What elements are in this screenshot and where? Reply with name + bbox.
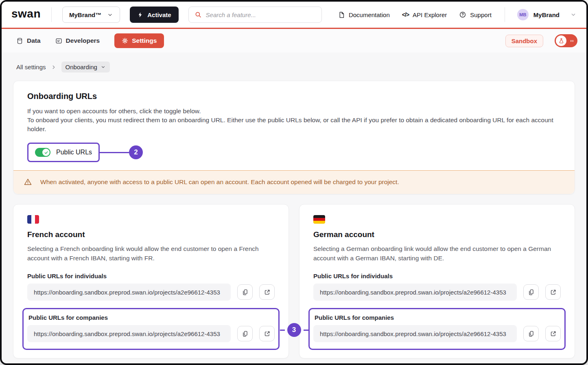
project-navbar: Data Developers Settings Sandbox [2,29,586,53]
database-icon [16,37,23,44]
breadcrumb-onboarding-dropdown[interactable]: Onboarding [61,62,110,73]
copy-icon [528,330,535,337]
developers-icon [55,37,62,44]
copy-icon [528,289,535,296]
breadcrumb-current-label: Onboarding [66,64,97,70]
french-flag-icon [27,215,39,224]
onboarding-urls-card: Onboarding URLs If you want to open acco… [13,81,575,194]
annotation-box-3-french: Public URLs for companies [22,308,280,350]
feature-search [188,7,322,23]
chevron-right-icon [51,64,57,70]
french-companies-url-row [27,325,275,342]
code-icon: </> [402,11,409,18]
german-companies-label: Public URLs for companies [315,314,561,321]
intro-line-2: To onboard your clients, you must redire… [27,116,561,134]
french-individuals-url-row [27,284,275,301]
app-window: swan MyBrand™ Activate D [0,0,588,365]
divider [51,7,52,22]
german-companies-url-row [313,325,561,342]
live-icon [567,37,576,44]
open-link-button[interactable] [259,326,275,341]
tab-data[interactable]: Data [16,33,41,48]
german-account-description: Selecting a German onboarding link would… [313,244,557,263]
external-link-icon [550,289,557,296]
flask-icon [556,35,566,46]
sandbox-badge: Sandbox [505,35,543,47]
annotation-step-2: 2 [129,145,143,159]
support-label: Support [470,11,492,18]
annotation-dash [304,330,308,331]
annotation-box-2: Public URLs [27,143,100,162]
warning-text: When activated, anyone with access to a … [40,178,399,186]
help-icon [459,11,466,18]
documentation-link[interactable]: Documentation [338,11,390,18]
annotation-step-3: 3 [287,323,301,337]
copy-icon [242,289,249,296]
support-link[interactable]: Support [459,11,492,18]
open-link-button[interactable] [259,284,275,300]
german-individuals-url-input[interactable] [313,284,517,301]
tab-settings[interactable]: Settings [114,33,164,48]
copy-button[interactable] [237,284,253,300]
copy-button[interactable] [237,326,253,341]
breadcrumb-all-settings[interactable]: All settings [16,64,46,70]
public-urls-toggle[interactable] [35,148,50,157]
account-cards-row: French account Selecting a French onboar… [13,204,575,358]
german-account-card: German account Selecting a German onboar… [299,204,575,358]
french-account-card: French account Selecting a French onboar… [13,204,289,358]
environment-controls: Sandbox [505,34,577,47]
copy-icon [242,330,249,337]
api-explorer-label: API Explorer [413,11,447,18]
brand-selector[interactable]: MyBrand™ [62,7,120,23]
warning-banner: When activated, anyone with access to a … [13,170,575,194]
top-header: swan MyBrand™ Activate D [2,2,586,28]
copy-button[interactable] [523,284,539,300]
lightning-icon [137,12,143,18]
french-companies-url-input[interactable] [27,325,231,342]
german-flag-icon [313,215,325,224]
french-account-description: Selecting a French onboarding link would… [27,244,271,263]
breadcrumb: All settings Onboarding [16,62,575,73]
activate-button-label: Activate [147,11,171,18]
toggle-label: Public URLs [56,149,92,156]
intro-line-1: If you want to open accounts for others,… [27,107,561,116]
german-companies-url-input[interactable] [313,325,517,342]
search-input[interactable] [206,11,316,18]
german-individuals-label: Public URLs for individuals [313,273,561,279]
german-account-title: German account [313,230,561,239]
documentation-label: Documentation [349,11,390,18]
french-individuals-url-input[interactable] [27,284,231,301]
annotation-box-3-german: Public URLs for companies [308,308,566,350]
tab-developers-label: Developers [66,37,100,44]
tab-developers[interactable]: Developers [55,33,100,48]
tab-settings-label: Settings [132,37,157,44]
external-link-icon [264,330,271,337]
copy-button[interactable] [523,326,539,341]
french-companies-label: Public URLs for companies [28,314,275,321]
chevron-down-icon [101,64,106,70]
german-individuals-url-row [313,284,561,301]
avatar: MB [517,9,529,20]
french-account-title: French account [27,230,275,239]
open-link-button[interactable] [545,284,561,300]
french-individuals-label: Public URLs for individuals [27,273,275,279]
account-name: MyBrand [533,11,560,18]
gear-icon [122,37,128,44]
account-menu[interactable]: MB MyBrand [517,9,577,20]
chevron-down-icon [107,12,113,18]
open-link-button[interactable] [545,326,561,341]
warning-icon [24,178,32,186]
document-icon [338,11,345,18]
external-link-icon [550,330,557,337]
page-content: All settings Onboarding Onboarding URLs … [2,53,586,363]
activate-button[interactable]: Activate [130,7,178,23]
environment-toggle[interactable] [555,34,577,47]
external-link-icon [264,289,271,296]
page-title: Onboarding URLs [27,92,561,101]
annotation-connector [100,152,129,153]
toggle-check-icon [42,149,50,156]
api-explorer-link[interactable]: </> API Explorer [402,11,447,18]
public-urls-toggle-row: Public URLs 2 [27,143,561,162]
divider [505,7,505,22]
annotation-dash [280,330,285,331]
